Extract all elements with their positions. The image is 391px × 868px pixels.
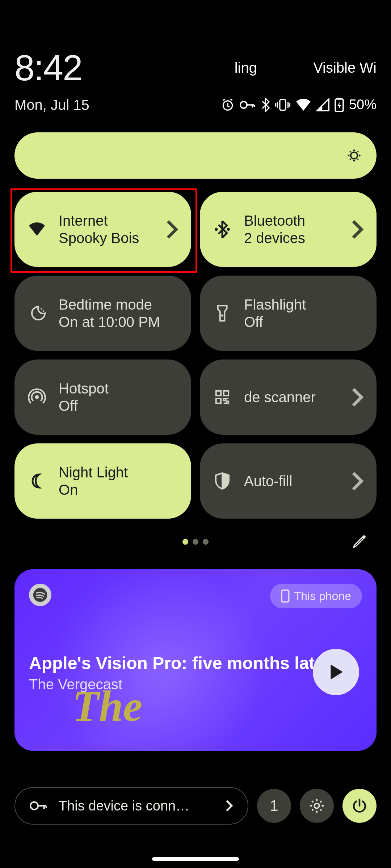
svg-rect-1 <box>280 99 286 110</box>
svg-rect-12 <box>282 590 289 602</box>
date: Mon, Jul 15 <box>14 97 89 113</box>
svg-point-13 <box>30 802 38 810</box>
tile-flashlight[interactable]: Flashlight Off <box>200 276 377 351</box>
tile-title: Night Light <box>59 464 178 480</box>
svg-rect-3 <box>337 98 341 99</box>
tile-subtitle: On <box>59 482 178 498</box>
bluetooth-connected-icon <box>214 220 231 238</box>
bluetooth-icon <box>261 98 270 112</box>
tile-qr-scanner[interactable]: de scanner <box>200 359 377 435</box>
clock: 8:42 <box>14 47 82 89</box>
media-title: Apple's Vision Pro: five months later <box>29 653 331 673</box>
media-card[interactable]: The This phone Apple's Vision Pro: five … <box>14 569 377 751</box>
cellular-signal-icon <box>316 98 329 111</box>
chevron-right-icon <box>166 219 178 240</box>
bedtime-icon <box>28 305 46 322</box>
svg-point-0 <box>240 101 247 108</box>
media-subtitle: The Vergecast <box>29 676 122 693</box>
alarm-icon <box>221 98 235 112</box>
tile-night-light[interactable]: Night Light On <box>14 443 191 519</box>
tile-title: Hotspot <box>59 380 178 396</box>
svg-point-4 <box>351 152 357 159</box>
carrier-text-frag-right: Visible Wi <box>313 60 377 76</box>
pager-dot <box>203 539 209 545</box>
tile-subtitle: Off <box>59 398 178 414</box>
vpn-key-icon <box>240 99 256 110</box>
settings-button[interactable] <box>300 789 334 823</box>
tile-subtitle: On at 10:00 PM <box>59 314 178 330</box>
tile-internet[interactable]: Internet Spooky Bois <box>14 192 191 267</box>
pager-dots[interactable] <box>0 539 391 545</box>
carrier-text-frag-left: ling <box>235 60 257 76</box>
tile-subtitle: Spooky Bois <box>59 230 166 246</box>
svg-point-9 <box>221 314 223 316</box>
nav-handle[interactable] <box>152 857 239 861</box>
shield-icon <box>215 472 230 490</box>
tile-bluetooth[interactable]: Bluetooth 2 devices <box>200 192 377 267</box>
tile-title: Bedtime mode <box>59 297 178 312</box>
hotspot-icon <box>28 388 46 406</box>
tile-subtitle: 2 devices <box>244 230 351 246</box>
svg-point-5 <box>215 228 218 231</box>
chevron-right-icon <box>351 387 363 408</box>
tile-title: Internet <box>59 213 166 229</box>
pencil-icon <box>352 535 366 549</box>
chevron-right-icon <box>351 471 363 492</box>
svg-point-7 <box>41 308 42 310</box>
tile-autofill[interactable]: Auto-fill <box>200 443 377 519</box>
source-app-chip[interactable] <box>29 584 51 606</box>
footer-row: This device is conn… 1 <box>14 787 377 825</box>
battery-percent: 50% <box>349 97 377 112</box>
qr-code-icon <box>214 389 231 405</box>
chevron-right-icon <box>351 219 363 240</box>
quick-tiles-grid: Internet Spooky Bois Bluetooth 2 devices… <box>14 192 377 519</box>
tile-title: Bluetooth <box>244 213 351 229</box>
phone-icon <box>281 590 290 603</box>
svg-point-6 <box>227 228 230 231</box>
user-switch-button[interactable]: 1 <box>257 789 291 823</box>
chevron-right-icon <box>225 800 233 812</box>
cast-target-label: This phone <box>294 590 351 603</box>
tile-title: Flashlight <box>244 297 363 312</box>
spotify-icon <box>33 587 48 603</box>
play-button[interactable] <box>313 649 359 695</box>
tile-hotspot[interactable]: Hotspot Off <box>14 359 191 435</box>
wifi-icon <box>28 222 46 237</box>
svg-point-8 <box>43 310 44 312</box>
power-icon <box>352 798 367 813</box>
svg-point-14 <box>314 803 319 808</box>
tile-title: Auto-fill <box>244 473 351 489</box>
tile-bedtime[interactable]: Bedtime mode On at 10:00 PM <box>14 276 191 351</box>
svg-point-10 <box>35 395 39 399</box>
vpn-key-icon <box>30 800 48 812</box>
status-icons-row: 50% <box>221 97 377 112</box>
play-icon <box>328 663 344 681</box>
vibrate-icon <box>275 98 290 112</box>
tile-title: de scanner <box>244 389 351 405</box>
cast-target-chip[interactable]: This phone <box>270 584 362 608</box>
user-count: 1 <box>270 797 278 814</box>
brightness-icon <box>346 148 362 163</box>
battery-charging-icon <box>335 98 344 112</box>
gear-icon <box>308 797 325 814</box>
wifi-icon <box>295 98 311 111</box>
vpn-status-pill[interactable]: This device is conn… <box>14 787 248 825</box>
power-button[interactable] <box>342 789 377 823</box>
pager-dot <box>182 539 188 545</box>
pager-dot <box>193 539 198 545</box>
vpn-status-text: This device is conn… <box>59 798 214 814</box>
night-light-icon <box>28 472 46 490</box>
brightness-slider[interactable] <box>14 132 377 179</box>
tile-subtitle: Off <box>244 314 363 330</box>
edit-tiles-button[interactable] <box>349 532 369 552</box>
flashlight-icon <box>216 304 229 322</box>
